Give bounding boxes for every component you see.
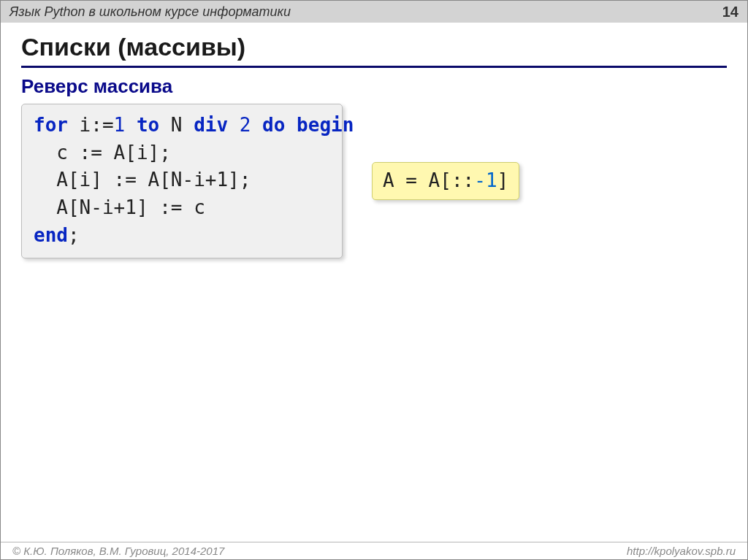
page-number: 14 bbox=[722, 4, 739, 20]
python-neg1: -1 bbox=[474, 169, 497, 191]
pascal-one: 1 bbox=[114, 114, 126, 136]
python-lhs: A = A[:: bbox=[383, 169, 474, 191]
pascal-kw-begin: begin bbox=[285, 114, 354, 136]
pascal-kw-to: to bbox=[125, 114, 159, 136]
course-title: Язык Python в школьном курсе информатики bbox=[9, 4, 291, 20]
pascal-two: 2 bbox=[228, 114, 251, 136]
pascal-kw-do: do bbox=[251, 114, 285, 136]
pascal-n: N bbox=[159, 114, 194, 136]
content-area: Списки (массивы) Реверс массива for i:=1… bbox=[1, 23, 747, 258]
topbar: Язык Python в школьном курсе информатики… bbox=[1, 1, 747, 23]
slide-title: Списки (массивы) bbox=[21, 33, 727, 61]
python-code-box: A = A[::-1] bbox=[372, 162, 519, 200]
pascal-code-box: for i:=1 to N div 2 do begin c := A[i]; … bbox=[21, 104, 343, 258]
pascal-kw-end: end bbox=[34, 224, 68, 246]
pascal-line2: c := A[i]; bbox=[34, 142, 171, 164]
python-rhs: ] bbox=[497, 169, 509, 191]
title-divider bbox=[21, 66, 727, 68]
pascal-line3: A[i] := A[N-i+1]; bbox=[34, 169, 251, 191]
pascal-line4: A[N-i+1] := c bbox=[34, 196, 205, 218]
slide-subtitle: Реверс массива bbox=[21, 75, 727, 98]
footer-copyright: © К.Ю. Поляков, В.М. Гуровиц, 2014-2017 bbox=[12, 545, 224, 557]
pascal-semi: ; bbox=[68, 224, 80, 246]
footer: © К.Ю. Поляков, В.М. Гуровиц, 2014-2017 … bbox=[1, 542, 747, 559]
code-row: for i:=1 to N div 2 do begin c := A[i]; … bbox=[21, 104, 727, 258]
footer-url: http://kpolyakov.spb.ru bbox=[627, 545, 736, 557]
pascal-ieq: i:= bbox=[68, 114, 114, 136]
slide: Язык Python в школьном курсе информатики… bbox=[0, 0, 748, 560]
pascal-kw-for: for bbox=[34, 114, 68, 136]
pascal-kw-div: div bbox=[194, 114, 228, 136]
